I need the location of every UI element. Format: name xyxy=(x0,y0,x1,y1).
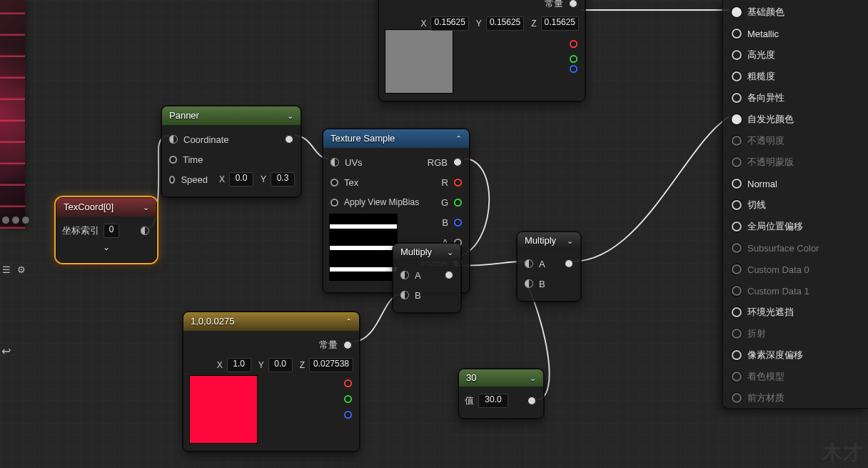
in-pin-b[interactable] xyxy=(400,291,409,299)
in-pin-a[interactable] xyxy=(525,259,533,268)
in-pin-mip[interactable] xyxy=(330,199,338,206)
texture-preview xyxy=(329,214,398,281)
out-pin-b[interactable] xyxy=(344,411,352,419)
speed-x-input[interactable]: 0.0 xyxy=(229,172,253,186)
node-title: 1,0,0.0275 xyxy=(191,312,234,331)
out-pin[interactable] xyxy=(565,259,573,268)
node-multiply-2[interactable]: Multiply ⌄ A B xyxy=(517,231,581,302)
out-pin-white[interactable] xyxy=(569,0,577,8)
out-normal[interactable]: Normal xyxy=(732,173,865,194)
out-specular[interactable]: 高光度 xyxy=(732,44,865,66)
out-refraction[interactable]: 折射 xyxy=(732,323,865,344)
out-subsurface[interactable]: Subsurface Color xyxy=(732,237,865,259)
out-opacity-mask[interactable]: 不透明蒙版 xyxy=(732,151,865,173)
out-tangent[interactable]: 切线 xyxy=(732,194,865,216)
color-swatch-red xyxy=(189,375,258,444)
in-pin-coordinate[interactable] xyxy=(169,135,178,144)
out-front[interactable]: 前方材质 xyxy=(732,387,865,409)
chevron-down-icon[interactable]: ⌄ xyxy=(287,106,293,125)
coord-index-input[interactable]: 0 xyxy=(104,224,119,238)
out-pdo[interactable]: 像素深度偏移 xyxy=(732,344,865,366)
out-pin[interactable] xyxy=(141,226,149,235)
node-constant3-grey[interactable]: ⌄ 常量 X0.15625 Y0.15625 Z0.15625 xyxy=(378,0,585,101)
expand-icon[interactable]: ⌄ xyxy=(62,241,151,255)
coord-index-label: 坐标索引 xyxy=(62,224,99,237)
back-icon[interactable]: ↩ xyxy=(1,344,11,358)
in-pin-time[interactable] xyxy=(169,156,177,164)
in-pin-a[interactable] xyxy=(400,271,409,279)
node-texcoord[interactable]: TexCoord[0] ⌄ 坐标索引 0 ⌄ xyxy=(56,197,157,263)
out-pin-r[interactable] xyxy=(570,40,577,48)
out-emissive[interactable]: 自发光颜色 xyxy=(732,109,865,130)
out-custom0[interactable]: Custom Data 0 xyxy=(732,259,865,280)
color-swatch-grey xyxy=(385,29,453,94)
out-roughness[interactable]: 粗糙度 xyxy=(732,66,865,87)
watermark: 木才 xyxy=(822,439,864,467)
out-base-color[interactable]: 基础颜色 xyxy=(732,1,865,23)
z-input[interactable]: 0.027538 xyxy=(309,358,353,372)
node-title: TexCoord[0] xyxy=(64,198,113,216)
out-pin-r[interactable] xyxy=(344,379,352,387)
chevron-up-icon[interactable]: ⌃ xyxy=(345,312,352,331)
out-pin-r[interactable] xyxy=(454,179,462,186)
chevron-down-icon[interactable]: ⌄ xyxy=(143,198,149,216)
out-pin-b[interactable] xyxy=(570,65,577,73)
gear-icon[interactable]: ⚙ xyxy=(17,264,28,275)
node-title: Multiply xyxy=(400,243,432,262)
out-ao[interactable]: 环境光遮挡 xyxy=(732,302,865,323)
chevron-up-icon[interactable]: ⌃ xyxy=(455,129,462,148)
out-pin-g[interactable] xyxy=(344,395,352,403)
y-input[interactable]: 0.0 xyxy=(268,358,293,372)
in-pin-tex[interactable] xyxy=(330,179,338,186)
chevron-down-icon[interactable]: ⌄ xyxy=(447,243,453,262)
viewport-icons xyxy=(0,214,31,226)
node-constant3-color[interactable]: 1,0,0.0275 ⌃ 常量 X1.0 Y0.0 Z0.027538 xyxy=(183,312,360,452)
out-pin[interactable] xyxy=(445,271,453,279)
out-pin[interactable] xyxy=(285,135,293,144)
speed-y-input[interactable]: 0.3 xyxy=(271,172,295,186)
out-pin-rgb[interactable] xyxy=(453,158,462,166)
in-pin-speed[interactable] xyxy=(169,176,175,184)
out-pin-white[interactable] xyxy=(343,341,352,349)
node-multiply-1[interactable]: Multiply ⌄ A B xyxy=(393,243,461,313)
const-label: 常量 xyxy=(545,0,563,10)
out-pin[interactable] xyxy=(528,397,536,405)
node-title: Panner xyxy=(169,106,199,125)
const-label: 常量 xyxy=(319,339,338,352)
value-label: 值 xyxy=(465,394,474,407)
out-anisotropy[interactable]: 各向异性 xyxy=(732,87,865,109)
in-pin-uvs[interactable] xyxy=(330,158,339,166)
out-wpo[interactable]: 全局位置偏移 xyxy=(732,216,865,237)
out-pin-g[interactable] xyxy=(570,55,577,63)
x-input[interactable]: 1.0 xyxy=(227,358,251,372)
out-custom1[interactable]: Custom Data 1 xyxy=(732,280,865,302)
node-panner[interactable]: Panner ⌄ Coordinate Time Speed X0.0 Y0.3 xyxy=(161,106,301,197)
viewport-preview xyxy=(0,0,25,229)
chevron-down-icon[interactable]: ⌄ xyxy=(530,369,536,387)
node-title: Multiply xyxy=(525,231,556,250)
node-title: 30 xyxy=(466,369,476,387)
out-pin-g[interactable] xyxy=(454,199,462,206)
out-metallic[interactable]: Metallic xyxy=(732,23,865,44)
out-pin-b[interactable] xyxy=(454,219,462,226)
in-pin-b[interactable] xyxy=(525,279,533,288)
out-opacity[interactable]: 不透明度 xyxy=(732,130,865,151)
value-input[interactable]: 30.0 xyxy=(478,394,508,408)
list-icon[interactable]: ☰ xyxy=(2,264,13,275)
node-scalar-30[interactable]: 30 ⌄ 值 30.0 xyxy=(458,369,544,419)
chevron-down-icon[interactable]: ⌄ xyxy=(567,231,573,250)
out-shading[interactable]: 着色模型 xyxy=(732,366,865,387)
left-toolbar-icons[interactable]: ☰ ⚙ xyxy=(2,264,28,275)
material-output-panel[interactable]: 基础颜色 Metallic 高光度 粗糙度 各向异性 自发光颜色 不透明度 不透… xyxy=(722,0,868,409)
node-title: Texture Sample xyxy=(330,129,395,148)
